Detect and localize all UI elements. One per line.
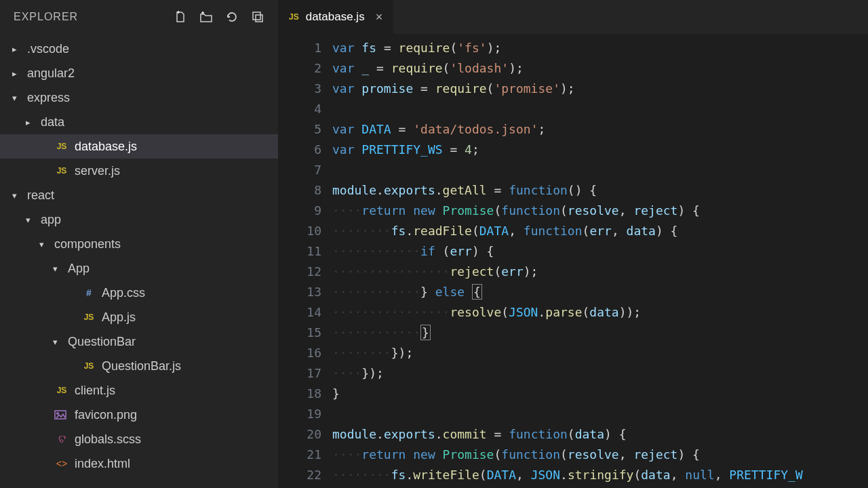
tree-label: QuestionBar [68,335,136,349]
tree-label: client.js [75,384,115,398]
file-favicon.png[interactable]: favicon.png [0,403,278,427]
line-number: 5 [278,119,321,140]
file-questionbar.js[interactable]: JSQuestionBar.js [0,354,278,378]
line-number: 15 [278,323,321,343]
line-number: 20 [278,424,321,445]
chevron-down-icon: ▾ [26,215,35,225]
line-number: 6 [278,140,321,160]
new-file-icon[interactable] [174,10,187,24]
tree-label: globals.scss [75,432,141,447]
svg-rect-0 [253,12,260,20]
js-icon: JS [289,12,299,22]
line-number: 2 [278,58,321,79]
folder-express[interactable]: ▾express [0,85,278,110]
tree-label: app [41,213,61,227]
file-index.html[interactable]: <>index.html [0,451,278,476]
line-number: 14 [278,302,321,323]
tree-label: App [68,262,90,276]
folder-.vscode[interactable]: ▸.vscode [0,37,278,61]
code-editor[interactable]: 12345678910111213141516171819202122 var … [278,34,868,488]
folder-app[interactable]: ▾app [0,207,278,232]
collapse-all-icon[interactable] [251,10,264,24]
tab-bar: JS database.js × [278,0,868,34]
line-number: 21 [278,445,321,465]
file-tree[interactable]: ▸.vscode▸angular2▾express▸dataJSdatabase… [0,34,278,488]
file-app.js[interactable]: JSApp.js [0,305,278,329]
file-client.js[interactable]: JSclient.js [0,378,278,403]
chevron-down-icon: ▾ [12,93,22,103]
file-database.js[interactable]: JSdatabase.js [0,134,278,159]
new-folder-icon[interactable] [199,10,213,24]
folder-data[interactable]: ▸data [0,110,278,134]
chevron-right-icon: ▸ [12,44,22,54]
line-number: 8 [278,180,321,201]
tree-label: database.js [75,140,137,154]
folder-react[interactable]: ▾react [0,183,278,207]
line-number: 7 [278,160,321,180]
line-number: 19 [278,404,321,424]
line-number: 17 [278,363,321,384]
code-content[interactable]: var fs = require('fs');var _ = require('… [332,38,868,488]
folder-app[interactable]: ▾App [0,256,278,281]
file-app.css[interactable]: #App.css [0,281,278,305]
folder-angular2[interactable]: ▸angular2 [0,61,278,85]
folder-components[interactable]: ▾components [0,232,278,256]
tree-label: express [27,91,70,105]
tree-label: react [27,188,54,203]
tree-label: components [54,237,121,251]
line-number: 1 [278,38,321,58]
tree-label: QuestionBar.js [102,359,181,373]
chevron-down-icon: ▾ [53,337,62,347]
file-server.js[interactable]: JSserver.js [0,159,278,183]
explorer-sidebar: EXPLORER ▸.vscode▸angular2▾express▸dataJ… [0,0,278,488]
explorer-header: EXPLORER [0,0,278,34]
chevron-right-icon: ▸ [26,117,35,127]
chevron-down-icon: ▾ [53,264,62,274]
explorer-actions [174,10,264,24]
line-number: 3 [278,79,321,99]
tree-label: .vscode [27,42,69,56]
line-number: 9 [278,201,321,221]
explorer-title: EXPLORER [14,11,78,23]
editor-area: JS database.js × 12345678910111213141516… [278,0,868,488]
tab-filename: database.js [306,10,365,24]
svg-point-2 [57,413,59,415]
close-icon[interactable]: × [376,10,383,24]
line-number: 12 [278,262,321,282]
line-number: 11 [278,241,321,262]
tree-label: angular2 [27,66,75,81]
line-number: 10 [278,221,321,241]
refresh-icon[interactable] [225,10,239,24]
chevron-down-icon: ▾ [12,190,22,201]
tree-label: App.css [102,286,145,300]
line-number: 22 [278,465,321,485]
file-globals.scss[interactable]: ଟglobals.scss [0,427,278,451]
tree-label: server.js [75,164,120,178]
tree-label: data [41,115,64,129]
chevron-right-icon: ▸ [12,68,22,79]
chevron-down-icon: ▾ [39,239,49,249]
tree-label: favicon.png [75,408,137,422]
line-number-gutter: 12345678910111213141516171819202122 [278,38,332,488]
line-number: 16 [278,343,321,363]
line-number: 13 [278,282,321,302]
folder-questionbar[interactable]: ▾QuestionBar [0,329,278,354]
line-number: 4 [278,99,321,119]
tab-database-js[interactable]: JS database.js × [278,0,393,34]
line-number: 18 [278,384,321,404]
tree-label: index.html [75,457,130,471]
tree-label: App.js [102,310,136,325]
